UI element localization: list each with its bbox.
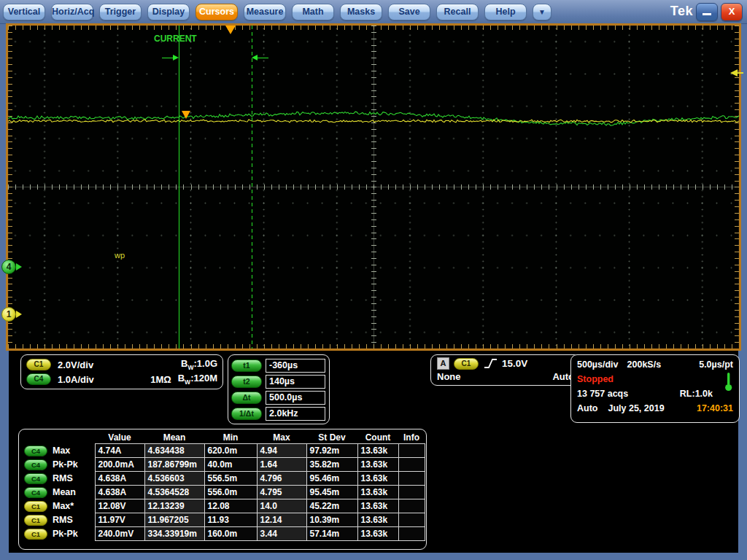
channel-1-scale: 2.0V/div [58,359,93,370]
c4-badge: C4 [24,473,47,484]
channel-4-settings[interactable]: C4 1.0A/div 1MΩ BW:120M [26,372,217,386]
cursor-delta-t-row: Δt 500.0µs [231,389,326,405]
minimize-icon [703,13,711,15]
acquisition-status: Stopped [577,374,614,384]
measurement-row: C1Pk-Pk 240.0mV334.33919m 160.0m3.44 57.… [23,527,425,541]
waveform-display: CURRENT wp [6,23,741,351]
menu-bar: Vertical Horiz/Acq Trigger Display Curso… [0,0,747,24]
menu-save[interactable]: Save [388,4,430,20]
trigger-source-badge: C1 [454,358,479,370]
cursor-inv-delta-t-badge: 1/Δt [231,408,262,420]
cursor-t1-row: t1 -360µs [231,357,326,373]
trigger-level-arrow-icon [730,69,738,77]
menu-overflow-button[interactable]: ▼ [533,4,551,20]
trigger-group-badge: A [437,357,449,370]
channel-4-ground-marker[interactable]: 4 [1,260,22,274]
c4-badge: C4 [24,487,47,498]
thermometer-icon [724,371,732,392]
c1-badge: C1 [24,529,47,540]
trigger-point-marker-icon [182,111,190,119]
cursor-inv-delta-t-row: 1/Δt 2.0kHz [231,405,326,421]
cursor-t2-row: t2 140µs [231,373,326,389]
channel-1-ground-marker[interactable]: 1 [1,307,22,322]
cursor-t1-value[interactable]: -360µs [266,359,325,373]
channel-1-bandwidth: BW:1.0G [181,358,217,371]
channel-1-arrow-icon [16,311,22,318]
menu-recall[interactable]: Recall [436,4,479,20]
trigger-readout-panel[interactable]: A C1 15.0V None Auto [430,354,581,386]
menu-help[interactable]: Help [484,4,527,20]
close-button[interactable]: X [721,3,743,21]
resolution-value: 5.0µs/pt [699,359,733,370]
rising-edge-icon [483,357,498,370]
measurement-row: C4Pk-Pk 200.0mA187.86799m 40.0m1.64 35.8… [23,458,425,472]
channel-4-arrow-icon [16,263,22,271]
measurement-row: C1Max* 12.08V12.13239 12.0814.0 45.22m13… [23,499,425,513]
acquisition-count: 13 757 acqs [577,389,628,399]
menu-trigger[interactable]: Trigger [99,4,142,20]
measurement-table: Value Mean Min Max St Dev Count Info C4M… [23,431,425,541]
cursor-2-arrow-icon [252,55,268,61]
channel-settings-panel[interactable]: C1 2.0V/div BW:1.0G C4 1.0A/div 1MΩ BW:1… [20,354,223,389]
waveform-c1-voltage [8,120,739,122]
readout-area: C1 2.0V/div BW:1.0G C4 1.0A/div 1MΩ BW:1… [9,351,738,553]
acquisition-mode: Auto [577,403,597,413]
cursor-1-arrow-icon [162,55,179,61]
channel-4-bandwidth: BW:120M [178,373,217,386]
acquisition-readout-panel[interactable]: 500µs/div 200kS/s 5.0µs/pt Stopped 13 75… [570,354,740,423]
measurement-row: C4Max 4.74A4.634438 620.0m4.94 97.92m13.… [23,444,425,458]
oscilloscope-screen: { "window": { "brand": "Tek", "close_lab… [0,0,747,560]
measurement-row: C1RMS 11.97V11.967205 11.9312.14 10.39m1… [23,513,425,527]
record-length: RL:1.0k [680,389,713,399]
measurement-header-row: Value Mean Min Max St Dev Count Info [23,431,425,444]
cursor-delta-t-badge: Δt [231,392,262,404]
cursor-2-line[interactable] [252,26,252,349]
trigger-level-marker[interactable] [730,69,743,77]
menu-display[interactable]: Display [147,4,190,20]
trace-label-current: CURRENT [154,34,197,44]
c1-badge: C1 [24,501,47,512]
date-display: July 25, 2019 [608,403,664,413]
c4-badge: C4 [24,446,47,456]
cursor-t2-badge: t2 [231,376,262,388]
channel-4-scale: 1.0A/div [58,374,94,385]
waveform-c4-current [8,112,739,125]
menu-cursors[interactable]: Cursors [196,4,238,20]
measurement-row: C4RMS 4.638A4.536603 556.5m4.796 95.46m1… [23,472,425,486]
menu-masks[interactable]: Masks [340,4,382,20]
timebase-value: 500µs/div [577,359,619,370]
trigger-level-value: 15.0V [502,358,527,369]
channel-4-badge: C4 [26,373,51,385]
trigger-holdoff: None [437,371,461,382]
measurement-row: C4Mean 4.638A4.5364528 556.0m4.795 95.45… [23,486,425,499]
channel-1-settings[interactable]: C1 2.0V/div BW:1.0G [26,357,217,372]
tek-logo: Tek [670,4,693,19]
cursor-delta-t-value[interactable]: 500.0µs [266,391,325,405]
channel-1-badge: C1 [26,359,51,370]
sample-rate-value: 200kS/s [627,359,662,370]
cursor-t1-badge: t1 [231,359,262,372]
cursor-inv-delta-t-value[interactable]: 2.0kHz [266,407,325,421]
cursor-1-line[interactable] [179,26,179,349]
minimize-button[interactable] [696,3,718,21]
measurement-table-panel: Value Mean Min Max St Dev Count Info C4M… [18,429,427,550]
cursor-readout-panel: t1 -360µs t2 140µs Δt 500.0µs 1/Δt 2.0kH… [228,354,330,424]
time-display: 17:40:31 [697,403,733,413]
trigger-position-marker-icon[interactable] [225,26,236,34]
channel-4-impedance: 1MΩ [150,374,171,385]
waveform-traces [8,26,739,349]
trace-label-wp: wp [115,251,125,260]
c4-badge: C4 [24,459,47,470]
menu-measure[interactable]: Measure [244,4,286,20]
menu-vertical[interactable]: Vertical [3,4,45,20]
menu-math[interactable]: Math [292,4,334,20]
c1-badge: C1 [24,515,47,526]
cursor-t2-value[interactable]: 140µs [266,375,325,389]
menu-horiz-acq[interactable]: Horiz/Acq [51,4,93,20]
